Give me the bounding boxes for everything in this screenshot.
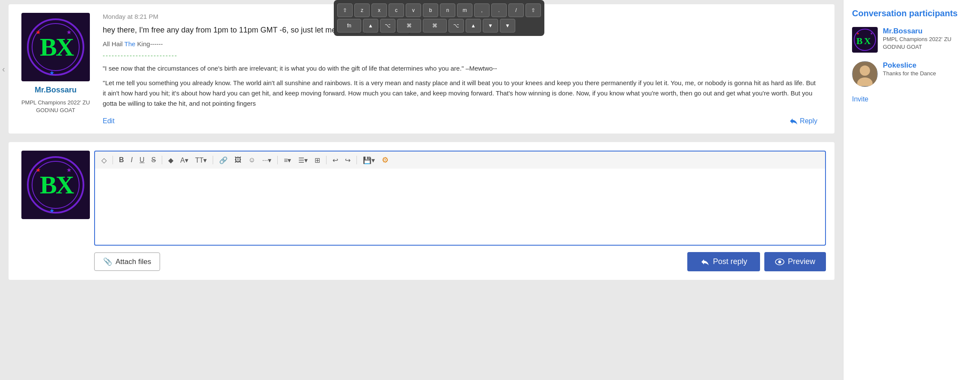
reply-avatar-section: B X ★ ★ ★: [17, 151, 94, 271]
participant-avatar-2: [852, 61, 878, 87]
toolbar-bold-btn[interactable]: B: [117, 155, 126, 165]
username: Mr.Bossaru: [35, 86, 77, 95]
toolbar-sep-4: [277, 156, 278, 164]
quote1: "I see now that the circumstances of one…: [103, 63, 817, 74]
toolbar-strikethrough-btn[interactable]: S: [149, 155, 158, 165]
key-v[interactable]: v: [406, 3, 421, 17]
invite-link[interactable]: Invite: [852, 95, 971, 103]
toolbar-table-btn[interactable]: ⊞: [312, 155, 322, 166]
toolbar-sep-6: [356, 156, 357, 164]
participant-desc-2: Thanks for the Dance: [883, 70, 936, 77]
key-x[interactable]: x: [371, 3, 387, 17]
reply-icon: [789, 117, 798, 125]
participant-info-1: Mr.Bossaru PMPL Champions 2022' ZU GOD\N…: [883, 27, 971, 51]
participant-name-1[interactable]: Mr.Bossaru: [883, 27, 971, 36]
toolbar-image-btn[interactable]: 🖼: [232, 155, 244, 165]
preview-icon: [775, 258, 784, 265]
green-divider: -------------------------: [103, 52, 817, 59]
toolbar-sep-5: [326, 156, 327, 164]
svg-text:★: ★: [36, 29, 41, 36]
key-up[interactable]: ▲: [363, 19, 378, 33]
main-content: ‹ B X ★ ★ ★ Mr.Bossaru PM: [0, 0, 843, 380]
svg-text:B: B: [40, 33, 57, 61]
attach-files-btn[interactable]: 📎 Attach files: [94, 252, 160, 271]
preview-label: Preview: [788, 257, 815, 266]
avatar: B X ★ ★ ★: [21, 13, 90, 81]
editor-footer: 📎 Attach files Post reply: [94, 252, 826, 271]
key-c[interactable]: c: [389, 3, 404, 17]
preview-btn[interactable]: Preview: [764, 252, 826, 271]
toolbar-link-btn[interactable]: 🔗: [217, 155, 230, 166]
key-option-left[interactable]: ⌥: [380, 19, 395, 33]
toolbar-underline-btn[interactable]: U: [137, 155, 147, 165]
message-actions: Edit Reply: [103, 117, 817, 125]
key-down-right[interactable]: ▼: [500, 19, 515, 33]
svg-text:B: B: [40, 171, 57, 199]
toolbar-more-btn[interactable]: ···▾: [260, 155, 273, 166]
svg-text:B: B: [856, 36, 863, 46]
key-cmd-left[interactable]: ⌘: [397, 19, 421, 33]
participant-desc-1: PMPL Champions 2022' ZU GOD\NU GOAT: [883, 36, 971, 51]
toolbar-font-btn[interactable]: A▾: [178, 155, 190, 166]
svg-text:X: X: [864, 36, 871, 46]
toolbar-align-btn[interactable]: ≡▾: [282, 155, 293, 166]
key-comma[interactable]: ,: [474, 3, 490, 17]
toolbar-undo-btn[interactable]: ↩: [330, 155, 340, 166]
participant-avatar-1: B X ★ ★: [852, 27, 878, 53]
key-shift-left[interactable]: ⇧: [337, 3, 353, 17]
toolbar-list-btn[interactable]: ☰▾: [296, 155, 310, 166]
nav-arrow-left[interactable]: ‹: [2, 64, 5, 74]
toolbar-save-btn[interactable]: 💾▾: [361, 155, 377, 166]
toolbar-italic-btn[interactable]: I: [129, 155, 135, 165]
the-king-text: The: [125, 40, 136, 48]
toolbar-gear-btn[interactable]: ⚙: [380, 154, 391, 166]
svg-text:★: ★: [66, 166, 72, 173]
reply-avatar: B X ★ ★ ★: [21, 151, 90, 219]
svg-point-17: [778, 260, 781, 263]
right-sidebar: Conversation participants B X ★ ★ Mr.Bos…: [843, 0, 980, 380]
reply-link[interactable]: Reply: [789, 117, 817, 125]
svg-text:★: ★: [870, 32, 873, 36]
key-option-right[interactable]: ⌥: [448, 19, 464, 33]
key-fn[interactable]: fn: [337, 19, 361, 33]
key-n[interactable]: n: [440, 3, 455, 17]
key-z[interactable]: z: [354, 3, 370, 17]
participant-2: Pokeslice Thanks for the Dance: [852, 61, 971, 87]
key-shift-right[interactable]: ⇧: [526, 3, 541, 17]
svg-text:X: X: [56, 33, 74, 61]
editor-toolbar: ◇ B I U S ◆ A▾ TT▾ 🔗 🖼 ☺ ···▾ ≡▾ ☰▾ ⊞: [94, 151, 826, 169]
toolbar-eraser-btn[interactable]: ◇: [99, 155, 109, 166]
toolbar-redo-btn[interactable]: ↪: [343, 155, 353, 166]
toolbar-sep-2: [162, 156, 162, 164]
key-period[interactable]: .: [491, 3, 507, 17]
post-reply-label: Post reply: [713, 257, 747, 266]
post-reply-icon: [700, 258, 710, 266]
participant-avatar-svg-1: B X ★ ★: [853, 28, 877, 52]
svg-text:★: ★: [66, 29, 72, 36]
key-m[interactable]: m: [457, 3, 472, 17]
quote2: ''Let me tell you something you already …: [103, 78, 817, 109]
signature-text-1: All Hail: [103, 40, 125, 48]
toolbar-fontsize-btn[interactable]: TT▾: [193, 155, 209, 166]
toolbar-color-btn[interactable]: ◆: [166, 155, 175, 166]
key-cmd-right[interactable]: ⌘: [423, 19, 447, 33]
action-buttons: Post reply Preview: [687, 252, 826, 271]
key-up-right[interactable]: ▲: [466, 19, 481, 33]
keyboard-overlay: ⇧ z x c v b n m , . / ⇧ fn ▲ ⌥ ⌘ ⌘ ⌥ ▲ ▼…: [334, 0, 544, 36]
post-reply-btn[interactable]: Post reply: [687, 252, 760, 271]
participant-1: B X ★ ★ Mr.Bossaru PMPL Champions 2022' …: [852, 27, 971, 53]
user-title: PMPL Champions 2022' ZU GOD\NU GOAT: [17, 99, 94, 114]
paperclip-icon: 📎: [103, 257, 112, 266]
reply-editor[interactable]: [94, 169, 826, 246]
svg-text:★: ★: [49, 207, 55, 214]
reply-label: Reply: [800, 117, 817, 125]
svg-text:X: X: [56, 171, 74, 199]
edit-link[interactable]: Edit: [103, 117, 115, 125]
key-b[interactable]: b: [423, 3, 438, 17]
key-slash[interactable]: /: [508, 3, 524, 17]
editor-section: ◇ B I U S ◆ A▾ TT▾ 🔗 🖼 ☺ ···▾ ≡▾ ☰▾ ⊞: [94, 151, 826, 271]
participant-name-2[interactable]: Pokeslice: [883, 61, 936, 70]
participant-info-2: Pokeslice Thanks for the Dance: [883, 61, 936, 77]
toolbar-emoji-btn[interactable]: ☺: [246, 155, 257, 165]
key-down-left[interactable]: ▼: [483, 19, 498, 33]
